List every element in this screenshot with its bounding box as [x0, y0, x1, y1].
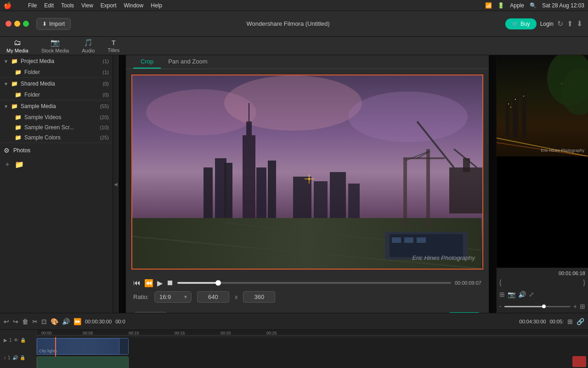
crop-icon[interactable]: ⊞ [499, 291, 505, 298]
import-button[interactable]: ⬇ Import [36, 18, 71, 30]
apple-icon[interactable]: 🍎 [4, 2, 11, 9]
redo-button[interactable]: ↪ [13, 318, 18, 325]
tab-my-media[interactable]: 🗂 My Media [4, 38, 31, 54]
menu-tools[interactable]: Tools [61, 2, 74, 9]
menubar-search-icon[interactable]: 🔍 [530, 2, 537, 9]
svg-rect-25 [403, 158, 407, 227]
sidebar-add-button[interactable]: ＋ [4, 160, 11, 169]
sidebar-sample-media-header[interactable]: ▼ 📁 Sample Media (55) [0, 100, 113, 112]
folder-icon: 📁 [15, 92, 22, 98]
minimize-button[interactable] [14, 21, 20, 27]
sample-media-label: Sample Media [21, 103, 97, 109]
audio-timeline-button[interactable]: 🔊 [62, 318, 70, 325]
crop-timeline-button[interactable]: ⊡ [41, 318, 47, 325]
timeline-selection[interactable] [37, 338, 119, 355]
plus-icon[interactable]: + [573, 303, 577, 310]
close-button[interactable] [6, 21, 11, 27]
maximize-button[interactable] [23, 21, 29, 27]
menu-file[interactable]: File [28, 2, 37, 9]
toolbar-share-icon[interactable]: ⬆ [567, 19, 573, 28]
tab-audio[interactable]: 🎵 Audio [79, 37, 97, 54]
tab-stock-media[interactable]: 📷 Stock Media [39, 37, 72, 54]
ratio-select[interactable]: 16:9 4:3 1:1 9:16 Custom [154, 291, 192, 303]
tab-titles[interactable]: T Titles [105, 38, 122, 54]
menu-view[interactable]: View [81, 2, 93, 9]
minus-icon[interactable]: - [499, 303, 502, 310]
tab-pan-zoom[interactable]: Pan and Zoom [161, 55, 215, 69]
menubar-battery-icon: 🔋 [498, 2, 504, 9]
sidebar-item-sample-videos[interactable]: 📁 Sample Videos (20) [11, 112, 113, 122]
progress-bar[interactable] [177, 282, 451, 284]
sidebar-section-sample-media: ▼ 📁 Sample Media (55) 📁 Sample Videos (2… [0, 100, 113, 143]
sidebar-folder-button[interactable]: 📁 [15, 160, 24, 169]
step-back-button[interactable]: ⏪ [144, 279, 153, 288]
svg-rect-9 [224, 163, 232, 218]
sample-green-count: (10) [100, 125, 109, 130]
folder-icon: 📁 [15, 124, 22, 131]
svg-rect-40 [522, 92, 526, 138]
snapshot-icon[interactable]: 📷 [508, 291, 515, 298]
snap-button[interactable]: ⊞ [567, 318, 573, 325]
svg-rect-32 [330, 172, 346, 218]
delete-button[interactable]: 🗑 [22, 318, 28, 325]
menu-help[interactable]: Help [151, 2, 162, 9]
mute-icon[interactable]: 🔊 [12, 355, 18, 360]
menubar-apple-account[interactable]: Apple [510, 2, 524, 9]
keyframe-start-icon[interactable]: { [499, 279, 502, 286]
svg-rect-11 [268, 161, 276, 218]
eye-icon[interactable]: 👁 [14, 338, 18, 343]
link-button[interactable]: 🔗 [577, 318, 584, 325]
menu-edit[interactable]: Edit [44, 2, 54, 9]
audio-icon[interactable]: 🔊 [518, 291, 526, 298]
reset-button[interactable]: Reset [133, 312, 168, 313]
sidebar-item-shared-folder[interactable]: 📁 Folder (0) [11, 90, 113, 100]
fullscreen-icon[interactable]: ⤢ [529, 291, 534, 298]
sidebar-item-sample-colors[interactable]: 📁 Sample Colors (25) [11, 132, 113, 143]
folder-icon: 📁 [15, 69, 22, 75]
svg-rect-5 [246, 121, 252, 135]
height-input[interactable] [243, 291, 275, 303]
right-preview-thumbnail: Eric Hines Photography [497, 55, 588, 156]
ratio-label: Ratio: [133, 293, 149, 300]
play-button[interactable]: ▶ [157, 279, 163, 288]
svg-rect-15 [463, 158, 470, 172]
timeline-content: 00:00 00:05 00:10 00:15 00:20 00:25 City… [37, 330, 588, 368]
sidebar-item-project-folder[interactable]: 📁 Folder (1) [11, 67, 113, 77]
svg-rect-38 [506, 101, 509, 138]
sidebar-section-project-media: ▼ 📁 Project Media (1) 📁 Folder (1) [0, 55, 113, 78]
width-input[interactable] [197, 291, 229, 303]
audio-lock-icon[interactable]: 🔒 [20, 355, 25, 360]
speed-button[interactable]: ⏩ [74, 318, 81, 325]
sidebar-shared-media-header[interactable]: ▼ 📁 Shared Media (0) [0, 78, 113, 90]
buy-button[interactable]: 🛒 Buy [505, 18, 537, 29]
sidebar-project-media-header[interactable]: ▼ 📁 Project Media (1) [0, 55, 113, 67]
timeline-clip-audio[interactable] [37, 356, 129, 368]
keyframe-end-icon[interactable]: } [583, 279, 585, 286]
menu-window[interactable]: Window [124, 2, 144, 9]
sample-colors-label: Sample Colors [24, 134, 100, 141]
sidebar-item-sample-green[interactable]: 📁 Sample Green Scr... (10) [11, 122, 113, 132]
collapse-arrow-icon: ◀ [114, 182, 118, 187]
tab-crop[interactable]: Crop [133, 55, 161, 69]
grid-icon[interactable]: ⊞ [580, 303, 585, 310]
folder-icon: 📁 [15, 114, 22, 121]
right-preview: Eric Hines Photography [497, 55, 588, 268]
stop-button[interactable]: ⏹ [166, 279, 174, 287]
toolbar-sync-icon[interactable]: ↻ [557, 19, 563, 28]
menu-export[interactable]: Export [101, 2, 117, 9]
undo-button[interactable]: ↩ [4, 318, 9, 325]
lock-icon[interactable]: 🔒 [20, 338, 26, 343]
cut-button[interactable]: ✂ [32, 318, 38, 325]
toolbar-download-icon[interactable]: ⬇ [577, 19, 582, 28]
sidebar-collapse-handle[interactable]: ◀ [113, 55, 119, 313]
crop-preview-area[interactable]: Eric Hines Photography [131, 75, 483, 270]
svg-rect-22 [392, 237, 401, 243]
zoom-slider[interactable] [504, 306, 571, 307]
sample-media-children: 📁 Sample Videos (20) 📁 Sample Green Scr.… [0, 112, 113, 143]
ok-button[interactable]: OK [447, 312, 481, 313]
timeline: ↩ ↪ 🗑 ✂ ⊡ 🎨 🔊 ⏩ 00:00:30:00 00:0 00:04:3… [0, 313, 588, 368]
login-button[interactable]: Login [540, 21, 554, 27]
sidebar-item-photos[interactable]: ⚙ Photos [0, 143, 113, 158]
color-button[interactable]: 🎨 [51, 318, 58, 325]
prev-frame-button[interactable]: ⏮ [133, 279, 141, 287]
